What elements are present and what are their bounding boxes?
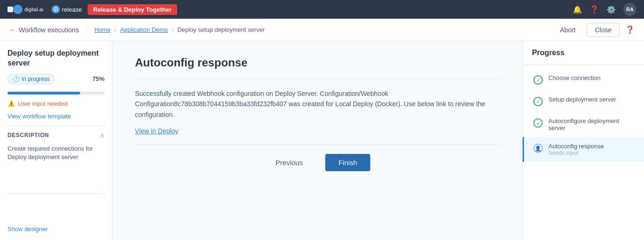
content-divider-bottom	[135, 144, 500, 145]
notification-icon[interactable]: 🔔	[573, 5, 582, 14]
user-input-row: ⚠️ User input needed	[7, 100, 105, 107]
success-text: Successfully	[135, 90, 172, 97]
content-divider-top	[135, 79, 500, 79]
status-row: 🕐 In progress 75%	[7, 74, 105, 84]
progress-bar-background	[7, 92, 105, 95]
settings-icon[interactable]: ⚙️	[607, 5, 616, 14]
right-sidebar: Progress ✓ Choose connection ✓ Setup dep…	[522, 41, 644, 240]
breadcrumb-sep-1: ›	[114, 26, 116, 33]
action-row: Previous Finish	[135, 154, 500, 171]
breadcrumb-current: Deploy setup deployment server	[177, 26, 264, 33]
release-badge: Release & Deploy Together	[88, 4, 177, 15]
step-item-autoconfig-response: 👤 Autoconfig response Needs input	[523, 137, 644, 162]
close-button[interactable]: Close	[587, 23, 620, 37]
help-icon[interactable]: ❓	[590, 5, 599, 14]
back-button[interactable]: ← Workflow executions	[9, 26, 87, 34]
brand-wordmark: digital.ai	[7, 4, 50, 15]
breadcrumb-sep-2: ›	[172, 26, 173, 33]
view-template-link[interactable]: View workflow template	[7, 113, 105, 120]
svg-point-5	[55, 9, 57, 10]
breadcrumb-app[interactable]: Application Demo	[120, 26, 168, 33]
description-text: Create required connections for Deploy d…	[7, 145, 105, 161]
top-nav: digital.ai release Release & Deploy Toge…	[0, 0, 644, 19]
nav-left: digital.ai release Release & Deploy Toge…	[7, 4, 177, 15]
breadcrumb-actions: Abort Close ❓	[554, 23, 635, 37]
step-name-4: Autoconfig response	[548, 143, 604, 150]
breadcrumb-home[interactable]: Home	[94, 26, 111, 33]
warning-icon: ⚠️	[7, 100, 15, 107]
body-rest-text: created Webhook configuration on Deploy …	[135, 90, 485, 118]
description-label: DESCRIPTION	[7, 132, 49, 138]
abort-button[interactable]: Abort	[554, 23, 581, 36]
status-badge: 🕐 In progress	[7, 74, 55, 84]
status-label: In progress	[22, 76, 50, 82]
back-label: Workflow executions	[19, 26, 79, 34]
sidebar-divider-2	[7, 193, 105, 194]
breadcrumb: Home › Application Demo › Deploy setup d…	[94, 26, 265, 33]
step-content-1: Choose connection	[548, 74, 600, 81]
content-body: Successfully created Webhook configurati…	[135, 88, 500, 120]
desc-header: DESCRIPTION ∧	[7, 131, 105, 139]
step-content-4: Autoconfig response Needs input	[548, 143, 604, 156]
finish-button[interactable]: Finish	[325, 154, 370, 171]
step-content-2: Setup deployment server	[548, 96, 616, 103]
step-status-4: Needs input	[548, 150, 604, 156]
user-input-label: User input needed	[18, 100, 67, 107]
step-content-3: Autoconfigure deployment server	[548, 117, 635, 131]
step-item-autoconfigure: ✓ Autoconfigure deployment server	[523, 112, 644, 137]
nav-right: 🔔 ❓ ⚙️ RA	[573, 3, 637, 16]
svg-text:digital.ai: digital.ai	[24, 7, 43, 12]
page-help-icon[interactable]: ❓	[625, 25, 635, 34]
show-designer-link[interactable]: Show designer	[7, 225, 105, 233]
release-icon	[52, 5, 60, 14]
previous-button[interactable]: Previous	[264, 154, 314, 171]
left-sidebar: Deploy setup deployment server 🕐 In prog…	[0, 41, 112, 240]
progress-steps: ✓ Choose connection ✓ Setup deployment s…	[523, 65, 644, 166]
sidebar-title: Deploy setup deployment server	[7, 49, 105, 68]
step-name-1: Choose connection	[548, 74, 600, 81]
step-check-icon-2: ✓	[533, 97, 543, 106]
center-content: Autoconfig response Successfully created…	[112, 41, 522, 240]
step-name-3: Autoconfigure deployment server	[548, 117, 635, 131]
step-item-setup-server: ✓ Setup deployment server	[523, 90, 644, 112]
sidebar-divider	[7, 125, 105, 126]
svg-rect-0	[7, 7, 13, 12]
main-layout: Deploy setup deployment server 🕐 In prog…	[0, 41, 644, 240]
step-person-icon-4: 👤	[533, 144, 543, 153]
progress-percent: 75%	[92, 75, 105, 82]
step-name-2: Setup deployment server	[548, 96, 616, 103]
content-title: Autoconfig response	[135, 56, 500, 69]
collapse-icon[interactable]: ∧	[100, 131, 105, 139]
view-in-deploy-link[interactable]: View in Deploy	[135, 127, 178, 135]
step-check-icon-3: ✓	[533, 118, 543, 128]
breadcrumb-bar: ← Workflow executions Home › Application…	[0, 19, 644, 41]
product-label: release	[62, 6, 82, 13]
user-avatar[interactable]: RA	[623, 3, 637, 16]
step-check-icon-1: ✓	[533, 75, 543, 85]
clock-icon: 🕐	[13, 76, 20, 82]
brand-logo: digital.ai release	[7, 4, 82, 15]
progress-bar-fill	[7, 92, 80, 95]
svg-point-1	[13, 5, 22, 14]
back-arrow-icon: ←	[9, 26, 16, 34]
step-item-choose-connection: ✓ Choose connection	[523, 69, 644, 90]
progress-header: Progress	[523, 41, 644, 65]
